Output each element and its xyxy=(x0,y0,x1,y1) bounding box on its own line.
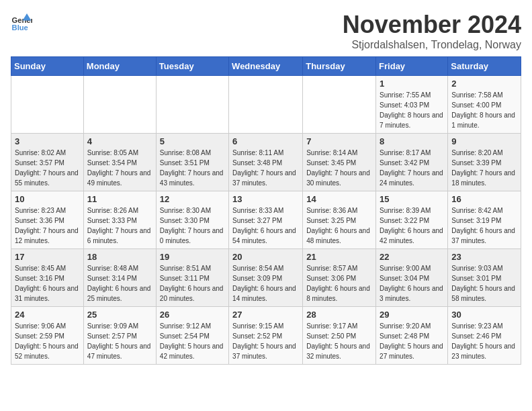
day-info: Sunrise: 8:45 AM Sunset: 3:16 PM Dayligh… xyxy=(15,263,80,304)
day-info: Sunrise: 9:00 AM Sunset: 3:04 PM Dayligh… xyxy=(380,263,444,304)
calendar-table: SundayMondayTuesdayWednesdayThursdayFrid… xyxy=(11,56,521,365)
day-number: 5 xyxy=(160,136,225,146)
day-number: 2 xyxy=(451,79,517,89)
location-subtitle: Stjordalshalsen, Trondelag, Norway xyxy=(343,39,521,51)
calendar-cell: 10Sunrise: 8:23 AM Sunset: 3:36 PM Dayli… xyxy=(11,191,84,249)
weekday-header-saturday: Saturday xyxy=(448,57,521,76)
calendar-week-row: 10Sunrise: 8:23 AM Sunset: 3:36 PM Dayli… xyxy=(11,191,521,249)
calendar-cell: 11Sunrise: 8:26 AM Sunset: 3:33 PM Dayli… xyxy=(83,191,156,249)
day-info: Sunrise: 8:08 AM Sunset: 3:51 PM Dayligh… xyxy=(160,148,225,188)
logo-icon: General Blue xyxy=(11,11,32,32)
day-info: Sunrise: 8:02 AM Sunset: 3:57 PM Dayligh… xyxy=(15,148,80,188)
day-number: 30 xyxy=(451,310,517,320)
calendar-cell: 19Sunrise: 8:51 AM Sunset: 3:11 PM Dayli… xyxy=(156,249,228,307)
day-number: 16 xyxy=(451,194,517,204)
calendar-cell: 27Sunrise: 9:15 AM Sunset: 2:52 PM Dayli… xyxy=(229,307,303,365)
calendar-cell xyxy=(229,76,303,134)
day-number: 7 xyxy=(306,136,372,146)
calendar-week-row: 17Sunrise: 8:45 AM Sunset: 3:16 PM Dayli… xyxy=(11,249,521,307)
calendar-cell: 24Sunrise: 9:06 AM Sunset: 2:59 PM Dayli… xyxy=(11,307,84,365)
day-number: 13 xyxy=(232,194,299,204)
day-info: Sunrise: 8:39 AM Sunset: 3:22 PM Dayligh… xyxy=(380,205,444,246)
calendar-cell: 26Sunrise: 9:12 AM Sunset: 2:54 PM Dayli… xyxy=(156,307,228,365)
day-info: Sunrise: 9:09 AM Sunset: 2:57 PM Dayligh… xyxy=(87,321,152,361)
day-info: Sunrise: 8:30 AM Sunset: 3:30 PM Dayligh… xyxy=(160,205,225,246)
day-number: 17 xyxy=(15,252,80,262)
calendar-cell: 25Sunrise: 9:09 AM Sunset: 2:57 PM Dayli… xyxy=(83,307,156,365)
weekday-header-tuesday: Tuesday xyxy=(156,57,228,76)
day-info: Sunrise: 8:33 AM Sunset: 3:27 PM Dayligh… xyxy=(232,205,299,246)
day-info: Sunrise: 8:42 AM Sunset: 3:19 PM Dayligh… xyxy=(451,205,517,246)
day-info: Sunrise: 8:14 AM Sunset: 3:45 PM Dayligh… xyxy=(306,148,372,188)
day-info: Sunrise: 8:48 AM Sunset: 3:14 PM Dayligh… xyxy=(87,263,152,304)
month-title: November 2024 xyxy=(343,11,521,39)
calendar-cell: 1Sunrise: 7:55 AM Sunset: 4:03 PM Daylig… xyxy=(376,76,448,134)
day-number: 29 xyxy=(380,310,444,320)
calendar-cell: 16Sunrise: 8:42 AM Sunset: 3:19 PM Dayli… xyxy=(448,191,521,249)
svg-text:Blue: Blue xyxy=(12,24,28,32)
calendar-cell: 17Sunrise: 8:45 AM Sunset: 3:16 PM Dayli… xyxy=(11,249,84,307)
day-info: Sunrise: 9:12 AM Sunset: 2:54 PM Dayligh… xyxy=(160,321,225,361)
day-number: 22 xyxy=(380,252,444,262)
weekday-header-monday: Monday xyxy=(83,57,156,76)
day-info: Sunrise: 8:51 AM Sunset: 3:11 PM Dayligh… xyxy=(160,263,225,304)
calendar-cell xyxy=(83,76,156,134)
day-info: Sunrise: 8:26 AM Sunset: 3:33 PM Dayligh… xyxy=(87,205,152,246)
day-number: 28 xyxy=(306,310,372,320)
calendar-week-row: 24Sunrise: 9:06 AM Sunset: 2:59 PM Dayli… xyxy=(11,307,521,365)
day-number: 19 xyxy=(160,252,225,262)
day-info: Sunrise: 8:54 AM Sunset: 3:09 PM Dayligh… xyxy=(232,263,299,304)
day-number: 1 xyxy=(380,79,444,89)
calendar-cell: 15Sunrise: 8:39 AM Sunset: 3:22 PM Dayli… xyxy=(376,191,448,249)
day-number: 4 xyxy=(87,136,152,146)
day-info: Sunrise: 9:17 AM Sunset: 2:50 PM Dayligh… xyxy=(306,321,372,361)
day-info: Sunrise: 8:20 AM Sunset: 3:39 PM Dayligh… xyxy=(451,148,517,188)
day-info: Sunrise: 9:03 AM Sunset: 3:01 PM Dayligh… xyxy=(451,263,517,304)
calendar-week-row: 1Sunrise: 7:55 AM Sunset: 4:03 PM Daylig… xyxy=(11,76,521,134)
day-info: Sunrise: 9:15 AM Sunset: 2:52 PM Dayligh… xyxy=(232,321,299,361)
day-info: Sunrise: 9:23 AM Sunset: 2:46 PM Dayligh… xyxy=(451,321,517,361)
day-number: 20 xyxy=(232,252,299,262)
weekday-header-friday: Friday xyxy=(376,57,448,76)
day-number: 24 xyxy=(15,310,80,320)
day-info: Sunrise: 9:06 AM Sunset: 2:59 PM Dayligh… xyxy=(15,321,80,361)
day-number: 10 xyxy=(15,194,80,204)
calendar-cell: 29Sunrise: 9:20 AM Sunset: 2:48 PM Dayli… xyxy=(376,307,448,365)
calendar-cell: 14Sunrise: 8:36 AM Sunset: 3:25 PM Dayli… xyxy=(303,191,376,249)
day-number: 23 xyxy=(451,252,517,262)
day-number: 6 xyxy=(232,136,299,146)
calendar-cell: 20Sunrise: 8:54 AM Sunset: 3:09 PM Dayli… xyxy=(229,249,303,307)
weekday-header-thursday: Thursday xyxy=(303,57,376,76)
weekday-header-wednesday: Wednesday xyxy=(229,57,303,76)
calendar-cell: 13Sunrise: 8:33 AM Sunset: 3:27 PM Dayli… xyxy=(229,191,303,249)
day-number: 21 xyxy=(306,252,372,262)
calendar-cell: 3Sunrise: 8:02 AM Sunset: 3:57 PM Daylig… xyxy=(11,134,84,191)
day-info: Sunrise: 7:58 AM Sunset: 4:00 PM Dayligh… xyxy=(451,90,517,130)
calendar-header-row: SundayMondayTuesdayWednesdayThursdayFrid… xyxy=(11,57,521,76)
day-number: 25 xyxy=(87,310,152,320)
title-area: November 2024 Stjordalshalsen, Trondelag… xyxy=(343,11,521,51)
calendar-cell: 28Sunrise: 9:17 AM Sunset: 2:50 PM Dayli… xyxy=(303,307,376,365)
day-number: 12 xyxy=(160,194,225,204)
day-number: 9 xyxy=(451,136,517,146)
day-number: 11 xyxy=(87,194,152,204)
day-number: 3 xyxy=(15,136,80,146)
calendar-cell: 18Sunrise: 8:48 AM Sunset: 3:14 PM Dayli… xyxy=(83,249,156,307)
page-header: General Blue November 2024 Stjordalshals… xyxy=(11,11,521,51)
day-info: Sunrise: 8:23 AM Sunset: 3:36 PM Dayligh… xyxy=(15,205,80,246)
calendar-cell: 21Sunrise: 8:57 AM Sunset: 3:06 PM Dayli… xyxy=(303,249,376,307)
calendar-cell: 30Sunrise: 9:23 AM Sunset: 2:46 PM Dayli… xyxy=(448,307,521,365)
day-info: Sunrise: 9:20 AM Sunset: 2:48 PM Dayligh… xyxy=(380,321,444,361)
logo: General Blue xyxy=(11,11,35,32)
day-info: Sunrise: 8:17 AM Sunset: 3:42 PM Dayligh… xyxy=(380,148,444,188)
day-info: Sunrise: 8:05 AM Sunset: 3:54 PM Dayligh… xyxy=(87,148,152,188)
calendar-cell: 6Sunrise: 8:11 AM Sunset: 3:48 PM Daylig… xyxy=(229,134,303,191)
calendar-cell xyxy=(303,76,376,134)
day-info: Sunrise: 8:36 AM Sunset: 3:25 PM Dayligh… xyxy=(306,205,372,246)
calendar-cell: 22Sunrise: 9:00 AM Sunset: 3:04 PM Dayli… xyxy=(376,249,448,307)
day-number: 26 xyxy=(160,310,225,320)
calendar-cell xyxy=(156,76,228,134)
calendar-cell: 5Sunrise: 8:08 AM Sunset: 3:51 PM Daylig… xyxy=(156,134,228,191)
calendar-cell: 12Sunrise: 8:30 AM Sunset: 3:30 PM Dayli… xyxy=(156,191,228,249)
day-info: Sunrise: 7:55 AM Sunset: 4:03 PM Dayligh… xyxy=(380,90,444,130)
